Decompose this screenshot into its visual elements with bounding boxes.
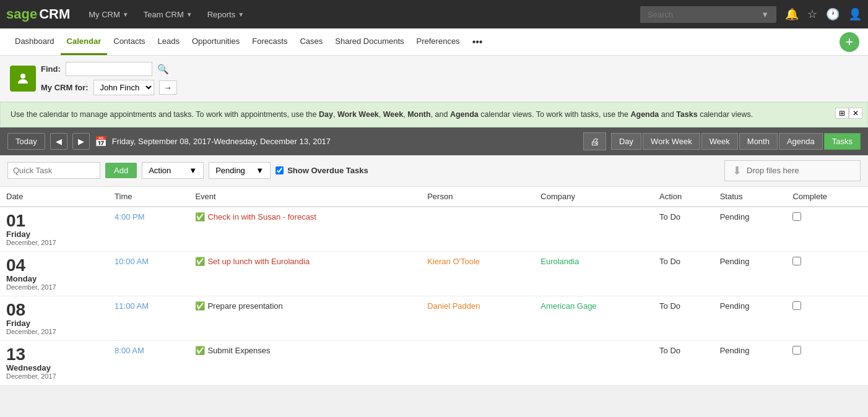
event-link-2[interactable]: ✅ Prepare presentation: [195, 301, 415, 311]
person-link-1[interactable]: Kieran O'Toole: [427, 257, 480, 266]
complete-checkbox-3[interactable]: [792, 346, 801, 355]
nav-dashboard[interactable]: Dashboard: [9, 29, 61, 55]
day-num-2: 08: [6, 301, 102, 319]
find-bar: Find: 🔍 My CRM for: John Finch →: [0, 56, 868, 102]
week-view-button[interactable]: Week: [701, 133, 738, 150]
search-bar[interactable]: ▼: [640, 6, 776, 23]
person-cell-1: Kieran O'Toole: [421, 251, 534, 296]
user-avatar: [10, 66, 36, 92]
col-action: Action: [653, 187, 714, 207]
complete-checkbox-0[interactable]: [792, 212, 801, 221]
agenda-view-button[interactable]: Agenda: [779, 133, 823, 150]
go-button[interactable]: →: [159, 80, 177, 95]
day-view-button[interactable]: Day: [611, 133, 641, 150]
nav-shared-documents[interactable]: Shared Documents: [329, 29, 410, 55]
date-range: 📅 Friday, September 08, 2017-Wednesday, …: [95, 135, 578, 147]
pending-dropdown[interactable]: Pending ▼: [209, 162, 271, 179]
month-year-3: December, 2017: [6, 372, 102, 380]
action-dropdown[interactable]: Action ▼: [142, 162, 204, 179]
event-cell-2: ✅ Prepare presentation: [189, 296, 421, 340]
col-company: Company: [534, 187, 653, 207]
show-overdue-label[interactable]: Show Overdue Tasks: [276, 166, 368, 175]
nav-more[interactable]: •••: [466, 29, 489, 55]
event-link-1[interactable]: ✅ Set up lunch with Eurolandia: [195, 257, 415, 266]
clock-icon[interactable]: 🕐: [826, 7, 840, 21]
event-link-0[interactable]: ✅ Check in with Susan - forecast: [195, 212, 415, 221]
info-workweek: Work Week: [337, 110, 379, 119]
top-nav-icons: 🔔 ☆ 🕐 👤: [785, 7, 862, 21]
top-nav-links: My CRM ▼ Team CRM ▼ Reports ▼: [82, 6, 640, 23]
time-cell-3: 8:00 AM: [108, 340, 189, 385]
action-cell-3: To Do: [653, 340, 714, 385]
add-task-button[interactable]: Add: [105, 163, 137, 178]
company-link-2[interactable]: American Gage: [540, 301, 596, 311]
status-cell-2: Pending: [714, 296, 787, 340]
company-link-1[interactable]: Eurolandia: [540, 257, 579, 266]
show-overdue-checkbox[interactable]: [276, 166, 284, 174]
col-complete: Complete: [786, 187, 868, 207]
add-new-button[interactable]: +: [840, 32, 859, 52]
quick-task-input[interactable]: [7, 162, 100, 179]
nav-preferences[interactable]: Preferences: [410, 29, 466, 55]
find-input[interactable]: [66, 62, 152, 76]
day-num-1: 04: [6, 257, 102, 274]
find-label: Find:: [41, 64, 61, 74]
person-cell-0: [421, 207, 534, 252]
month-year-1: December, 2017: [6, 283, 102, 291]
nav-cases[interactable]: Cases: [293, 29, 329, 55]
find-search-icon[interactable]: 🔍: [157, 64, 169, 75]
col-event: Event: [189, 187, 421, 207]
info-close-button[interactable]: ✕: [849, 108, 862, 119]
info-tasks: Tasks: [676, 110, 698, 119]
day-name-2: Friday: [6, 319, 102, 328]
workweek-view-button[interactable]: Work Week: [643, 133, 700, 150]
date-cell-3: 13 Wednesday December, 2017: [0, 340, 108, 385]
person-link-2[interactable]: Daniel Padden: [427, 301, 480, 311]
print-button[interactable]: 🖨: [583, 132, 606, 150]
complete-checkbox-2[interactable]: [792, 301, 801, 310]
bell-icon[interactable]: 🔔: [785, 7, 799, 21]
table-row: 08 Friday December, 2017 11:00 AM ✅ Prep…: [0, 296, 868, 340]
status-cell-1: Pending: [714, 251, 787, 296]
prev-button[interactable]: ◀: [50, 133, 67, 150]
drop-files-text: Drop files here: [747, 166, 799, 175]
time-cell-2: 11:00 AM: [108, 296, 189, 340]
my-crm-link[interactable]: My CRM ▼: [82, 6, 134, 23]
nav-calendar[interactable]: Calendar: [61, 29, 108, 55]
search-input[interactable]: [648, 10, 747, 19]
nav-contacts[interactable]: Contacts: [107, 29, 151, 55]
next-button[interactable]: ▶: [72, 133, 90, 150]
find-fields: Find: 🔍 My CRM for: John Finch →: [41, 62, 177, 95]
user-icon[interactable]: 👤: [848, 7, 862, 21]
nav-leads[interactable]: Leads: [152, 29, 186, 55]
action-label: Action: [149, 166, 171, 175]
day-name-1: Monday: [6, 274, 102, 283]
drop-files-area[interactable]: ⬇ Drop files here: [724, 160, 861, 181]
month-view-button[interactable]: Month: [739, 133, 778, 150]
drop-arrow-icon: ⬇: [732, 164, 742, 178]
user-select[interactable]: John Finch: [93, 80, 154, 95]
event-link-3[interactable]: ✅ Submit Expenses: [195, 346, 415, 355]
info-icon-button[interactable]: ⊞: [835, 108, 849, 119]
star-icon[interactable]: ☆: [807, 7, 817, 21]
check-icon-2: ✅: [195, 301, 205, 311]
today-button[interactable]: Today: [7, 133, 45, 150]
complete-cell-0: [786, 207, 868, 252]
table-header-row: Date Time Event Person Company Action St…: [0, 187, 868, 207]
nav-forecasts[interactable]: Forecasts: [246, 29, 293, 55]
company-cell-2: American Gage: [534, 296, 653, 340]
tasks-view-button[interactable]: Tasks: [824, 133, 861, 150]
nav-opportunities[interactable]: Opportunities: [186, 29, 246, 55]
status-cell-0: Pending: [714, 207, 787, 252]
task-toolbar: Add Action ▼ Pending ▼ Show Overdue Task…: [0, 155, 868, 187]
search-dropdown-arrow: ▼: [761, 10, 769, 19]
date-range-text: Friday, September 08, 2017-Wednesday, De…: [112, 137, 331, 146]
complete-checkbox-1[interactable]: [792, 257, 801, 265]
team-crm-arrow: ▼: [186, 11, 193, 18]
col-time: Time: [108, 187, 189, 207]
table-row: 04 Monday December, 2017 10:00 AM ✅ Set …: [0, 251, 868, 296]
second-navigation: Dashboard Calendar Contacts Leads Opport…: [0, 28, 868, 56]
date-cell-2: 08 Friday December, 2017: [0, 296, 108, 340]
reports-link[interactable]: Reports ▼: [201, 6, 250, 23]
team-crm-link[interactable]: Team CRM ▼: [137, 6, 199, 23]
